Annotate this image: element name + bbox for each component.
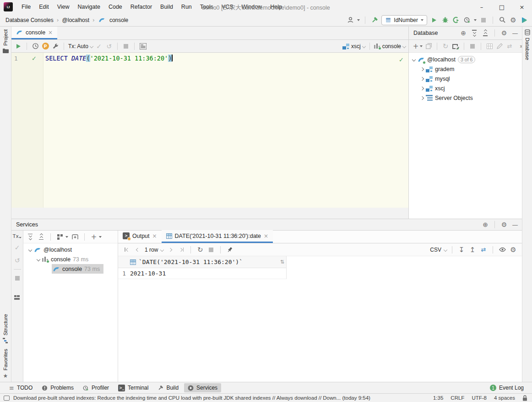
tree-node-server-objects[interactable]: Server Objects [409, 93, 522, 103]
tab-result-date[interactable]: DATE('2021-10-31 11:36:20'):date × [162, 230, 273, 243]
parameters-badge-icon[interactable]: P [41, 42, 49, 50]
menu-edit[interactable]: Edit [35, 0, 53, 14]
toolwindow-build-button[interactable]: Build [154, 383, 182, 392]
service-node-localhost[interactable]: @localhost [23, 245, 118, 254]
tx-dropdown-arrow-icon[interactable] [90, 44, 93, 48]
settings-gear-icon[interactable]: ⚙ [509, 16, 517, 24]
search-everywhere-icon[interactable] [498, 16, 506, 24]
collapse-all-icon[interactable] [37, 233, 45, 241]
collapsed-chevron-icon[interactable] [420, 96, 424, 99]
session-dropdown-arrow-icon[interactable] [402, 44, 406, 48]
tab-close-icon[interactable]: × [152, 233, 157, 239]
collapsed-chevron-icon[interactable] [420, 67, 424, 71]
locate-target-icon[interactable]: ⊕ [481, 220, 489, 229]
view-options-eye-icon[interactable] [498, 246, 506, 254]
tree-node-xscj[interactable]: xscj [409, 83, 522, 93]
tx-toggle[interactable]: Tx [13, 233, 22, 239]
breadcrumb-console[interactable]: console [109, 17, 128, 23]
collapse-all-icon[interactable] [481, 29, 489, 37]
profiler-dropdown-arrow-icon[interactable] [474, 19, 477, 21]
export-download-icon[interactable]: ↧ [457, 246, 466, 254]
jump-to-console-icon[interactable] [451, 42, 460, 50]
add-service-icon[interactable]: + [90, 233, 98, 241]
schema-dropdown-arrow-icon[interactable] [362, 44, 365, 48]
toolwindow-profiler-button[interactable]: Profiler [79, 383, 113, 392]
add-datasource-icon[interactable]: + [412, 42, 420, 50]
readonly-lock-icon[interactable] [522, 395, 527, 401]
menu-navigate[interactable]: Navigate [74, 0, 104, 14]
collapsed-chevron-icon[interactable] [420, 86, 424, 90]
user-account-icon[interactable] [346, 16, 354, 24]
tab-close-icon[interactable]: × [48, 29, 53, 36]
layout-options-icon[interactable] [14, 295, 20, 300]
tree-node-gradem[interactable]: gradem [409, 64, 522, 74]
tab-close-icon[interactable]: × [264, 233, 268, 239]
session-selector[interactable]: console [382, 43, 401, 50]
hide-panel-icon[interactable]: — [511, 220, 519, 229]
menu-code[interactable]: Code [104, 0, 126, 14]
locate-target-icon[interactable]: ⊕ [459, 29, 467, 37]
sort-arrows-icon[interactable]: ⇅ [280, 259, 284, 265]
toolwindow-project-button[interactable]: Project [3, 27, 9, 56]
debug-button[interactable] [441, 16, 449, 24]
toolwindow-structure-button[interactable]: Structure [3, 311, 8, 346]
data-transfer-icon[interactable]: ⇄ [479, 246, 488, 254]
expanded-chevron-icon[interactable] [28, 248, 32, 251]
toolwindow-services-button[interactable]: Services [184, 383, 221, 392]
wrench-icon[interactable] [51, 42, 60, 50]
breadcrumb-database-consoles[interactable]: Database Consoles [5, 17, 54, 23]
service-node-console-session[interactable]: console 73 ms [23, 254, 118, 264]
maximize-button[interactable]: □ [492, 0, 512, 14]
row-count-arrow-icon[interactable] [160, 248, 164, 251]
editor-body[interactable]: 1 ✓ SELECT DATE('2021-10-31 11:36:20') ✓ [11, 53, 408, 208]
import-upload-icon[interactable]: ↥ [468, 246, 477, 254]
open-each-in-new-tab-icon[interactable] [71, 233, 79, 241]
history-clock-icon[interactable] [31, 42, 39, 50]
expanded-chevron-icon[interactable] [412, 57, 416, 61]
tx-mode-select[interactable]: Tx: Auto [68, 43, 88, 50]
grid-cell-value[interactable]: 2021-10-31 [130, 270, 286, 277]
panel-settings-gear-icon[interactable]: ⚙ [500, 29, 508, 37]
collapsed-chevron-icon[interactable] [420, 77, 424, 80]
toolwindow-terminal-button[interactable]: >_ Terminal [114, 383, 152, 393]
status-message[interactable]: Download pre-built shared indexes: Reduc… [13, 395, 370, 401]
pin-tab-icon[interactable] [226, 246, 234, 254]
toolwindow-favorites-button[interactable]: Favorites ★ [3, 346, 8, 382]
expand-all-icon[interactable] [470, 29, 478, 37]
build-hammer-icon[interactable] [370, 16, 379, 24]
service-node-console-query[interactable]: console 73 ms [23, 264, 118, 274]
grid-data-row[interactable]: 1 2021-10-31 [118, 268, 287, 279]
toolwindow-todo-button[interactable]: ≡ TODO [5, 383, 36, 393]
menu-build[interactable]: Build [156, 0, 177, 14]
tree-node-mysql[interactable]: mysql [409, 74, 522, 83]
editor-tab-console[interactable]: console × [11, 27, 57, 39]
group-by-arrow-icon[interactable] [65, 236, 68, 238]
profiler-button[interactable] [463, 16, 471, 24]
learn-ide-features-icon[interactable] [520, 16, 528, 24]
minimize-button[interactable]: – [472, 0, 492, 14]
indent-indicator[interactable]: 4 spaces [494, 395, 515, 401]
reload-page-icon[interactable]: ↻ [196, 246, 204, 254]
encoding-indicator[interactable]: UTF-8 [472, 395, 487, 401]
execute-button[interactable] [14, 42, 22, 50]
menu-file[interactable]: File [17, 0, 35, 14]
expand-all-icon[interactable] [26, 233, 34, 241]
run-with-coverage-button[interactable] [452, 16, 460, 24]
toolwindow-problems-button[interactable]: Problems [38, 383, 77, 392]
run-configuration-select[interactable]: IdNumber [381, 15, 427, 25]
output-mode-icon[interactable] [139, 42, 147, 50]
export-format-select[interactable]: CSV [430, 247, 441, 253]
line-ending-indicator[interactable]: CRLF [451, 395, 464, 401]
menu-view[interactable]: View [53, 0, 74, 14]
add-service-arrow-icon[interactable] [99, 236, 102, 238]
user-dropdown-arrow-icon[interactable] [357, 19, 360, 21]
schema-selector[interactable]: xscj [351, 43, 361, 50]
editor-scrollbar-area[interactable] [11, 208, 408, 219]
format-arrow-icon[interactable] [444, 248, 447, 251]
close-button[interactable]: × [512, 0, 532, 14]
breadcrumb-localhost[interactable]: @localhost [62, 17, 90, 23]
row-count-select[interactable]: 1 row [145, 247, 158, 253]
toolwindow-database-button[interactable]: Database [525, 27, 530, 63]
menu-refactor[interactable]: Refactor [126, 0, 156, 14]
grid-header-cell[interactable]: `DATE('2021-10-31 11:36:20')` ⇅ [130, 259, 286, 265]
